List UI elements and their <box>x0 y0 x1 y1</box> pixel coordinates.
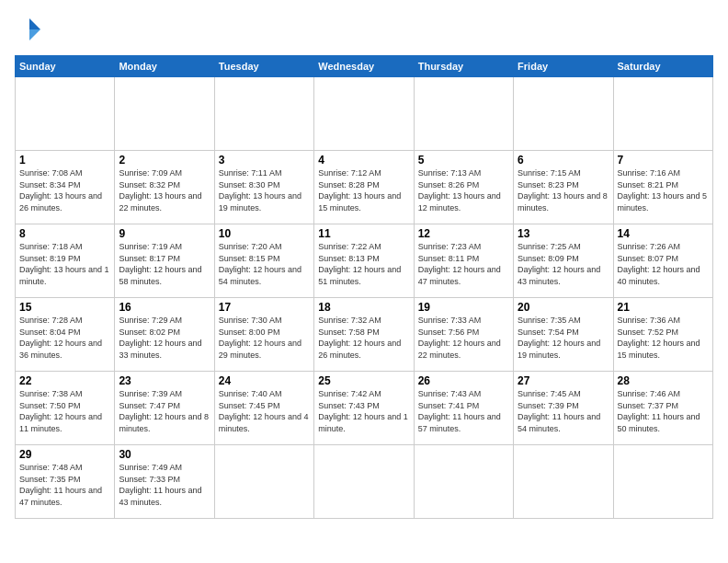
day-number: 23 <box>119 374 210 387</box>
calendar-cell: 7Sunrise: 7:16 AMSunset: 8:21 PMDaylight… <box>613 151 712 224</box>
day-info: Sunrise: 7:12 AMSunset: 8:28 PMDaylight:… <box>318 167 409 213</box>
day-info: Sunrise: 7:38 AMSunset: 7:50 PMDaylight:… <box>19 388 110 434</box>
calendar-cell <box>613 445 712 519</box>
day-info: Sunrise: 7:28 AMSunset: 8:04 PMDaylight:… <box>19 315 110 361</box>
day-info: Sunrise: 7:32 AMSunset: 7:58 PMDaylight:… <box>318 315 409 361</box>
calendar-cell: 5Sunrise: 7:13 AMSunset: 8:26 PMDaylight… <box>414 151 513 224</box>
calendar-cell <box>16 77 115 151</box>
calendar-table: SundayMondayTuesdayWednesdayThursdayFrid… <box>15 55 713 519</box>
calendar-cell <box>214 77 313 151</box>
calendar-cell: 10Sunrise: 7:20 AMSunset: 8:15 PMDayligh… <box>214 224 313 298</box>
day-of-week-header: Thursday <box>414 56 513 77</box>
day-info: Sunrise: 7:35 AMSunset: 7:54 PMDaylight:… <box>518 315 609 361</box>
calendar-cell: 14Sunrise: 7:26 AMSunset: 8:07 PMDayligh… <box>613 224 712 298</box>
calendar-cell: 6Sunrise: 7:15 AMSunset: 8:23 PMDaylight… <box>514 151 613 224</box>
day-number: 29 <box>19 448 110 461</box>
calendar-cell: 29Sunrise: 7:48 AMSunset: 7:35 PMDayligh… <box>16 445 115 519</box>
calendar-cell: 16Sunrise: 7:29 AMSunset: 8:02 PMDayligh… <box>115 298 214 372</box>
calendar-cell: 2Sunrise: 7:09 AMSunset: 8:32 PMDaylight… <box>115 151 214 224</box>
day-info: Sunrise: 7:23 AMSunset: 8:11 PMDaylight:… <box>418 241 509 287</box>
day-info: Sunrise: 7:45 AMSunset: 7:39 PMDaylight:… <box>518 388 609 434</box>
calendar-cell: 30Sunrise: 7:49 AMSunset: 7:33 PMDayligh… <box>115 445 214 519</box>
calendar-cell: 25Sunrise: 7:42 AMSunset: 7:43 PMDayligh… <box>314 372 414 445</box>
day-number: 10 <box>219 227 310 240</box>
day-info: Sunrise: 7:39 AMSunset: 7:47 PMDaylight:… <box>119 388 210 434</box>
day-info: Sunrise: 7:18 AMSunset: 8:19 PMDaylight:… <box>19 241 110 287</box>
day-number: 28 <box>618 374 709 387</box>
day-number: 7 <box>618 154 709 167</box>
day-info: Sunrise: 7:08 AMSunset: 8:34 PMDaylight:… <box>19 167 110 213</box>
calendar-cell <box>314 445 414 519</box>
day-of-week-header: Wednesday <box>314 56 414 77</box>
calendar-cell <box>613 77 712 151</box>
day-info: Sunrise: 7:42 AMSunset: 7:43 PMDaylight:… <box>318 388 409 434</box>
day-number: 13 <box>518 227 609 240</box>
day-info: Sunrise: 7:09 AMSunset: 8:32 PMDaylight:… <box>119 167 210 213</box>
day-info: Sunrise: 7:46 AMSunset: 7:37 PMDaylight:… <box>618 388 709 434</box>
calendar-cell <box>414 445 513 519</box>
calendar-cell: 8Sunrise: 7:18 AMSunset: 8:19 PMDaylight… <box>16 224 115 298</box>
calendar-cell <box>514 445 613 519</box>
day-info: Sunrise: 7:49 AMSunset: 7:33 PMDaylight:… <box>119 462 210 508</box>
day-number: 17 <box>219 301 310 314</box>
day-number: 3 <box>219 154 310 167</box>
calendar-cell <box>514 77 613 151</box>
calendar-cell: 21Sunrise: 7:36 AMSunset: 7:52 PMDayligh… <box>613 298 712 372</box>
calendar-week-row: 29Sunrise: 7:48 AMSunset: 7:35 PMDayligh… <box>16 445 713 519</box>
calendar-cell <box>214 445 313 519</box>
calendar-week-row <box>16 77 713 151</box>
day-number: 12 <box>418 227 509 240</box>
logo <box>15 15 48 44</box>
calendar-cell: 22Sunrise: 7:38 AMSunset: 7:50 PMDayligh… <box>16 372 115 445</box>
calendar-cell: 1Sunrise: 7:08 AMSunset: 8:34 PMDaylight… <box>16 151 115 224</box>
day-number: 20 <box>518 301 609 314</box>
day-number: 21 <box>618 301 709 314</box>
day-of-week-header: Sunday <box>16 56 115 77</box>
day-number: 18 <box>318 301 409 314</box>
day-number: 14 <box>618 227 709 240</box>
day-of-week-header: Monday <box>115 56 214 77</box>
day-info: Sunrise: 7:43 AMSunset: 7:41 PMDaylight:… <box>418 388 509 434</box>
calendar-cell <box>115 77 214 151</box>
page-header <box>15 15 713 44</box>
day-info: Sunrise: 7:40 AMSunset: 7:45 PMDaylight:… <box>219 388 310 434</box>
day-info: Sunrise: 7:36 AMSunset: 7:52 PMDaylight:… <box>618 315 709 361</box>
day-of-week-header: Saturday <box>613 56 712 77</box>
calendar-week-row: 8Sunrise: 7:18 AMSunset: 8:19 PMDaylight… <box>16 224 713 298</box>
day-number: 9 <box>119 227 210 240</box>
calendar-cell: 18Sunrise: 7:32 AMSunset: 7:58 PMDayligh… <box>314 298 414 372</box>
day-number: 15 <box>19 301 110 314</box>
day-number: 16 <box>119 301 210 314</box>
day-number: 6 <box>518 154 609 167</box>
calendar-cell: 17Sunrise: 7:30 AMSunset: 8:00 PMDayligh… <box>214 298 313 372</box>
day-info: Sunrise: 7:20 AMSunset: 8:15 PMDaylight:… <box>219 241 310 287</box>
day-number: 25 <box>318 374 409 387</box>
day-info: Sunrise: 7:15 AMSunset: 8:23 PMDaylight:… <box>518 167 609 213</box>
calendar-cell: 3Sunrise: 7:11 AMSunset: 8:30 PMDaylight… <box>214 151 313 224</box>
calendar-cell: 12Sunrise: 7:23 AMSunset: 8:11 PMDayligh… <box>414 224 513 298</box>
day-info: Sunrise: 7:26 AMSunset: 8:07 PMDaylight:… <box>618 241 709 287</box>
day-of-week-header: Friday <box>514 56 613 77</box>
calendar-cell: 4Sunrise: 7:12 AMSunset: 8:28 PMDaylight… <box>314 151 414 224</box>
svg-marker-0 <box>29 18 40 29</box>
day-info: Sunrise: 7:13 AMSunset: 8:26 PMDaylight:… <box>418 167 509 213</box>
day-number: 11 <box>318 227 409 240</box>
day-info: Sunrise: 7:11 AMSunset: 8:30 PMDaylight:… <box>219 167 310 213</box>
calendar-cell: 28Sunrise: 7:46 AMSunset: 7:37 PMDayligh… <box>613 372 712 445</box>
calendar-cell: 15Sunrise: 7:28 AMSunset: 8:04 PMDayligh… <box>16 298 115 372</box>
calendar-week-row: 22Sunrise: 7:38 AMSunset: 7:50 PMDayligh… <box>16 372 713 445</box>
calendar-cell: 19Sunrise: 7:33 AMSunset: 7:56 PMDayligh… <box>414 298 513 372</box>
day-number: 19 <box>418 301 509 314</box>
svg-marker-1 <box>29 29 40 40</box>
day-info: Sunrise: 7:33 AMSunset: 7:56 PMDaylight:… <box>418 315 509 361</box>
day-info: Sunrise: 7:30 AMSunset: 8:00 PMDaylight:… <box>219 315 310 361</box>
calendar-cell: 13Sunrise: 7:25 AMSunset: 8:09 PMDayligh… <box>514 224 613 298</box>
calendar-cell: 27Sunrise: 7:45 AMSunset: 7:39 PMDayligh… <box>514 372 613 445</box>
day-info: Sunrise: 7:25 AMSunset: 8:09 PMDaylight:… <box>518 241 609 287</box>
calendar-cell: 9Sunrise: 7:19 AMSunset: 8:17 PMDaylight… <box>115 224 214 298</box>
day-number: 30 <box>119 448 210 461</box>
day-number: 24 <box>219 374 310 387</box>
calendar-cell <box>314 77 414 151</box>
day-info: Sunrise: 7:29 AMSunset: 8:02 PMDaylight:… <box>119 315 210 361</box>
day-number: 22 <box>19 374 110 387</box>
